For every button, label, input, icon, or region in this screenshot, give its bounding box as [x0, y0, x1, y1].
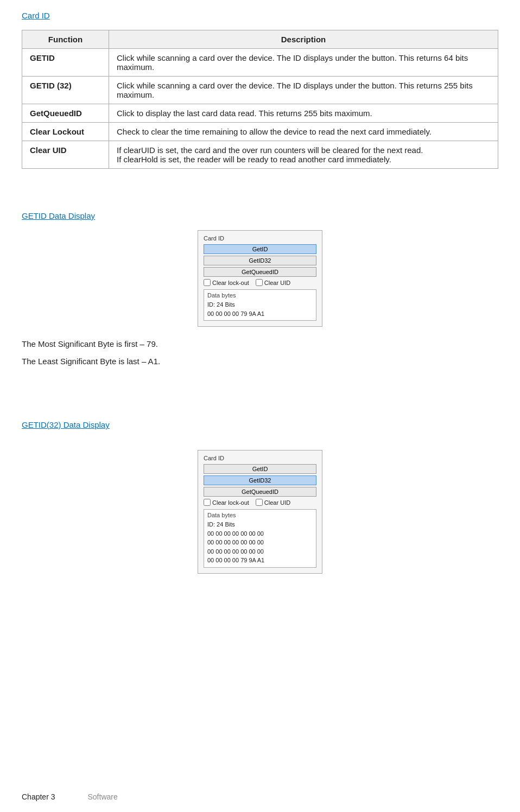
panel1-getid32-button[interactable]: GetID32: [204, 256, 316, 265]
table-cell-function: Clear UID: [22, 141, 109, 169]
panel1-clear-uid-checkbox[interactable]: [256, 279, 263, 286]
panel1-clear-lockout-label: Clear lock-out: [212, 280, 249, 286]
panel2-title: Card ID: [204, 455, 316, 461]
panel1-data-line1: ID: 24 Bits: [207, 300, 313, 309]
panel2-clear-lockout-checkbox[interactable]: [204, 499, 211, 506]
function-table: Function Description GETID Click while s…: [22, 30, 498, 169]
section2-screenshot: Card ID GetID GetID32 GetQueuedID Clear …: [22, 450, 498, 574]
footer-software: Software: [87, 792, 117, 801]
panel2: Card ID GetID GetID32 GetQueuedID Clear …: [198, 450, 322, 574]
panel1-clear-lockout-item: Clear lock-out: [204, 279, 249, 286]
table-cell-function: GETID (32): [22, 77, 109, 104]
panel2-getid-button[interactable]: GetID: [204, 464, 316, 474]
panel1-btn2-row: GetID32: [204, 256, 316, 265]
panel2-clear-uid-checkbox[interactable]: [256, 499, 263, 506]
table-cell-function: Clear Lockout: [22, 123, 109, 141]
panel1-checkbox-row: Clear lock-out Clear UID: [204, 279, 316, 286]
panel2-data-line1: ID: 24 Bits: [207, 520, 313, 529]
panel2-btn2-row: GetID32: [204, 475, 316, 485]
panel2-data-content: ID: 24 Bits 00 00 00 00 00 00 00 00 00 0…: [207, 520, 313, 565]
footer-chapter: Chapter 3: [22, 792, 55, 801]
table-header-description: Description: [109, 30, 498, 49]
panel1: Card ID GetID GetID32 GetQueuedID Clear …: [198, 230, 322, 327]
panel1-data-box-title: Data bytes: [207, 292, 313, 299]
panel2-data-box: Data bytes ID: 24 Bits 00 00 00 00 00 00…: [204, 509, 316, 568]
panel2-data-line5: 00 00 00 00 79 9A A1: [207, 556, 313, 565]
panel2-data-line2: 00 00 00 00 00 00 00: [207, 529, 313, 538]
panel2-btn1-row: GetID: [204, 464, 316, 474]
panel2-data-line4: 00 00 00 00 00 00 00: [207, 547, 313, 556]
panel1-btn3-row: GetQueuedID: [204, 267, 316, 277]
panel1-getqueuedid-button[interactable]: GetQueuedID: [204, 267, 316, 277]
table-row: GETID (32) Click while scanning a card o…: [22, 77, 498, 104]
panel1-data-content: ID: 24 Bits 00 00 00 00 79 9A A1: [207, 300, 313, 318]
page-footer: Chapter 3 Software: [22, 792, 498, 801]
table-cell-function: GETID: [22, 49, 109, 77]
panel2-checkbox-row: Clear lock-out Clear UID: [204, 499, 316, 506]
panel1-title: Card ID: [204, 235, 316, 242]
table-row: Clear UID If clearUID is set, the card a…: [22, 141, 498, 169]
section2-heading: GETID(32) Data Display: [22, 420, 498, 429]
table-row: GETID Click while scanning a card over t…: [22, 49, 498, 77]
panel1-clear-lockout-checkbox[interactable]: [204, 279, 211, 286]
section1-para2: The Least Significant Byte is last – A1.: [22, 355, 498, 368]
table-cell-description: Click to display the last card data read…: [109, 104, 498, 123]
panel2-data-line3: 00 00 00 00 00 00 00: [207, 538, 313, 547]
table-cell-description: If clearUID is set, the card and the ove…: [109, 141, 498, 169]
panel1-data-line2: 00 00 00 00 79 9A A1: [207, 309, 313, 319]
panel2-getid32-button[interactable]: GetID32: [204, 475, 316, 485]
panel2-data-box-title: Data bytes: [207, 512, 313, 518]
panel1-btn1-row: GetID: [204, 244, 316, 254]
table-row: GetQueuedID Click to display the last ca…: [22, 104, 498, 123]
panel1-getid-button[interactable]: GetID: [204, 244, 316, 254]
section1-screenshot: Card ID GetID GetID32 GetQueuedID Clear …: [22, 230, 498, 327]
section1-heading: GETID Data Display: [22, 211, 498, 220]
section1-para1: The Most Significant Byte is first – 79.: [22, 338, 498, 351]
panel1-clear-uid-item: Clear UID: [256, 279, 290, 286]
table-cell-description: Click while scanning a card over the dev…: [109, 49, 498, 77]
panel2-clear-uid-label: Clear UID: [264, 499, 290, 506]
table-row: Clear Lockout Check to clear the time re…: [22, 123, 498, 141]
table-cell-description: Click while scanning a card over the dev…: [109, 77, 498, 104]
panel1-clear-uid-label: Clear UID: [264, 280, 290, 286]
panel2-clear-uid-item: Clear UID: [256, 499, 290, 506]
table-cell-function: GetQueuedID: [22, 104, 109, 123]
panel2-btn3-row: GetQueuedID: [204, 487, 316, 497]
panel2-clear-lockout-label: Clear lock-out: [212, 499, 249, 506]
table-cell-description: Check to clear the time remaining to all…: [109, 123, 498, 141]
panel2-clear-lockout-item: Clear lock-out: [204, 499, 249, 506]
page-title: Card ID: [22, 11, 498, 20]
panel1-data-box: Data bytes ID: 24 Bits 00 00 00 00 79 9A…: [204, 289, 316, 321]
panel2-getqueuedid-button[interactable]: GetQueuedID: [204, 487, 316, 497]
table-header-function: Function: [22, 30, 109, 49]
